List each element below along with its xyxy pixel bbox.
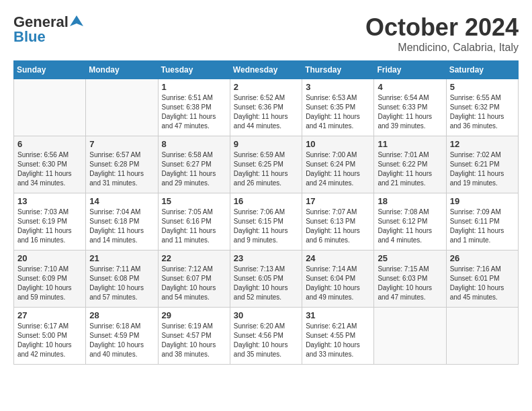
day-number: 21 — [89, 253, 154, 263]
day-info: Sunrise: 6:56 AM Sunset: 6:30 PM Dayligh… — [17, 150, 82, 188]
calendar-cell: 28Sunrise: 6:18 AM Sunset: 4:59 PM Dayli… — [86, 308, 158, 365]
day-number: 14 — [89, 196, 154, 206]
day-number: 3 — [306, 82, 370, 92]
calendar-header-row: SundayMondayTuesdayWednesdayThursdayFrid… — [14, 61, 519, 79]
day-number: 5 — [450, 82, 515, 92]
calendar-cell: 31Sunrise: 6:21 AM Sunset: 4:55 PM Dayli… — [302, 308, 374, 365]
calendar-cell — [374, 308, 446, 365]
day-info: Sunrise: 6:55 AM Sunset: 6:32 PM Dayligh… — [450, 93, 515, 131]
calendar-cell: 22Sunrise: 7:12 AM Sunset: 6:07 PM Dayli… — [158, 250, 230, 308]
day-number: 2 — [234, 82, 298, 92]
day-info: Sunrise: 6:53 AM Sunset: 6:35 PM Dayligh… — [306, 93, 370, 131]
logo: General Blue — [13, 13, 83, 46]
day-info: Sunrise: 6:52 AM Sunset: 6:36 PM Dayligh… — [234, 93, 298, 131]
calendar-cell: 19Sunrise: 7:09 AM Sunset: 6:11 PM Dayli… — [446, 193, 518, 250]
day-info: Sunrise: 6:18 AM Sunset: 4:59 PM Dayligh… — [89, 322, 154, 359]
calendar-cell: 20Sunrise: 7:10 AM Sunset: 6:09 PM Dayli… — [14, 250, 86, 308]
day-info: Sunrise: 7:11 AM Sunset: 6:08 PM Dayligh… — [89, 265, 154, 302]
day-info: Sunrise: 6:54 AM Sunset: 6:33 PM Dayligh… — [378, 93, 442, 131]
day-number: 11 — [378, 139, 442, 149]
day-info: Sunrise: 6:58 AM Sunset: 6:27 PM Dayligh… — [162, 150, 226, 188]
calendar-cell: 26Sunrise: 7:16 AM Sunset: 6:01 PM Dayli… — [446, 250, 518, 308]
calendar-cell: 16Sunrise: 7:06 AM Sunset: 6:15 PM Dayli… — [230, 193, 302, 250]
day-info: Sunrise: 7:09 AM Sunset: 6:11 PM Dayligh… — [450, 208, 515, 245]
day-number: 30 — [234, 310, 298, 320]
day-number: 29 — [162, 310, 226, 320]
day-info: Sunrise: 7:02 AM Sunset: 6:21 PM Dayligh… — [450, 150, 515, 188]
calendar-cell: 12Sunrise: 7:02 AM Sunset: 6:21 PM Dayli… — [446, 136, 518, 193]
page-header: General Blue October 2024 Mendicino, Cal… — [13, 13, 519, 54]
weekday-header-thursday: Thursday — [302, 61, 374, 79]
day-number: 20 — [17, 253, 82, 263]
calendar-cell — [14, 79, 86, 136]
weekday-header-tuesday: Tuesday — [158, 61, 230, 79]
day-number: 7 — [89, 139, 154, 149]
calendar-cell: 14Sunrise: 7:04 AM Sunset: 6:18 PM Dayli… — [86, 193, 158, 250]
svg-marker-0 — [70, 15, 83, 26]
day-number: 12 — [450, 139, 515, 149]
day-number: 8 — [162, 139, 226, 149]
location-text: Mendicino, Calabria, Italy — [365, 42, 519, 54]
calendar-cell: 5Sunrise: 6:55 AM Sunset: 6:32 PM Daylig… — [446, 79, 518, 136]
weekday-header-saturday: Saturday — [446, 61, 518, 79]
day-number: 17 — [306, 196, 370, 206]
calendar-cell — [446, 308, 518, 365]
calendar-cell: 2Sunrise: 6:52 AM Sunset: 6:36 PM Daylig… — [230, 79, 302, 136]
calendar-cell: 27Sunrise: 6:17 AM Sunset: 5:00 PM Dayli… — [14, 308, 86, 365]
calendar-cell: 1Sunrise: 6:51 AM Sunset: 6:38 PM Daylig… — [158, 79, 230, 136]
day-info: Sunrise: 7:10 AM Sunset: 6:09 PM Dayligh… — [17, 265, 82, 302]
day-number: 9 — [234, 139, 298, 149]
day-number: 27 — [17, 310, 82, 320]
day-info: Sunrise: 7:05 AM Sunset: 6:16 PM Dayligh… — [162, 208, 226, 245]
day-number: 15 — [162, 196, 226, 206]
calendar-week-row: 1Sunrise: 6:51 AM Sunset: 6:38 PM Daylig… — [14, 79, 519, 136]
day-info: Sunrise: 7:01 AM Sunset: 6:22 PM Dayligh… — [378, 150, 442, 188]
calendar-cell: 9Sunrise: 6:59 AM Sunset: 6:25 PM Daylig… — [230, 136, 302, 193]
calendar-week-row: 13Sunrise: 7:03 AM Sunset: 6:19 PM Dayli… — [14, 193, 519, 250]
calendar-cell: 7Sunrise: 6:57 AM Sunset: 6:28 PM Daylig… — [86, 136, 158, 193]
day-info: Sunrise: 6:59 AM Sunset: 6:25 PM Dayligh… — [234, 150, 298, 188]
weekday-header-sunday: Sunday — [14, 61, 86, 79]
day-number: 1 — [162, 82, 226, 92]
day-info: Sunrise: 7:14 AM Sunset: 6:04 PM Dayligh… — [306, 265, 370, 302]
calendar-cell: 18Sunrise: 7:08 AM Sunset: 6:12 PM Dayli… — [374, 193, 446, 250]
day-number: 28 — [89, 310, 154, 320]
calendar-week-row: 27Sunrise: 6:17 AM Sunset: 5:00 PM Dayli… — [14, 308, 519, 365]
calendar-cell: 17Sunrise: 7:07 AM Sunset: 6:13 PM Dayli… — [302, 193, 374, 250]
calendar-cell: 15Sunrise: 7:05 AM Sunset: 6:16 PM Dayli… — [158, 193, 230, 250]
day-info: Sunrise: 6:57 AM Sunset: 6:28 PM Dayligh… — [89, 150, 154, 188]
day-info: Sunrise: 7:12 AM Sunset: 6:07 PM Dayligh… — [162, 265, 226, 302]
calendar-cell: 21Sunrise: 7:11 AM Sunset: 6:08 PM Dayli… — [86, 250, 158, 308]
calendar-cell: 4Sunrise: 6:54 AM Sunset: 6:33 PM Daylig… — [374, 79, 446, 136]
calendar-cell: 11Sunrise: 7:01 AM Sunset: 6:22 PM Dayli… — [374, 136, 446, 193]
day-number: 10 — [306, 139, 370, 149]
calendar-cell: 30Sunrise: 6:20 AM Sunset: 4:56 PM Dayli… — [230, 308, 302, 365]
day-number: 22 — [162, 253, 226, 263]
day-info: Sunrise: 7:03 AM Sunset: 6:19 PM Dayligh… — [17, 208, 82, 245]
calendar-cell — [86, 79, 158, 136]
weekday-header-wednesday: Wednesday — [230, 61, 302, 79]
calendar-cell: 8Sunrise: 6:58 AM Sunset: 6:27 PM Daylig… — [158, 136, 230, 193]
title-section: October 2024 Mendicino, Calabria, Italy — [365, 13, 519, 54]
logo-bird-icon — [70, 14, 83, 28]
calendar-cell: 29Sunrise: 6:19 AM Sunset: 4:57 PM Dayli… — [158, 308, 230, 365]
day-info: Sunrise: 7:15 AM Sunset: 6:03 PM Dayligh… — [378, 265, 442, 302]
day-number: 4 — [378, 82, 442, 92]
day-info: Sunrise: 7:06 AM Sunset: 6:15 PM Dayligh… — [234, 208, 298, 245]
logo-text-blue: Blue — [13, 28, 46, 46]
day-number: 19 — [450, 196, 515, 206]
day-info: Sunrise: 7:13 AM Sunset: 6:05 PM Dayligh… — [234, 265, 298, 302]
day-info: Sunrise: 6:20 AM Sunset: 4:56 PM Dayligh… — [234, 322, 298, 359]
day-number: 23 — [234, 253, 298, 263]
day-number: 25 — [378, 253, 442, 263]
calendar-cell: 6Sunrise: 6:56 AM Sunset: 6:30 PM Daylig… — [14, 136, 86, 193]
calendar-cell: 10Sunrise: 7:00 AM Sunset: 6:24 PM Dayli… — [302, 136, 374, 193]
day-info: Sunrise: 7:08 AM Sunset: 6:12 PM Dayligh… — [378, 208, 442, 245]
day-number: 18 — [378, 196, 442, 206]
day-number: 31 — [306, 310, 370, 320]
calendar-week-row: 20Sunrise: 7:10 AM Sunset: 6:09 PM Dayli… — [14, 250, 519, 308]
day-info: Sunrise: 6:51 AM Sunset: 6:38 PM Dayligh… — [162, 93, 226, 131]
day-number: 16 — [234, 196, 298, 206]
calendar-cell: 23Sunrise: 7:13 AM Sunset: 6:05 PM Dayli… — [230, 250, 302, 308]
day-info: Sunrise: 6:19 AM Sunset: 4:57 PM Dayligh… — [162, 322, 226, 359]
